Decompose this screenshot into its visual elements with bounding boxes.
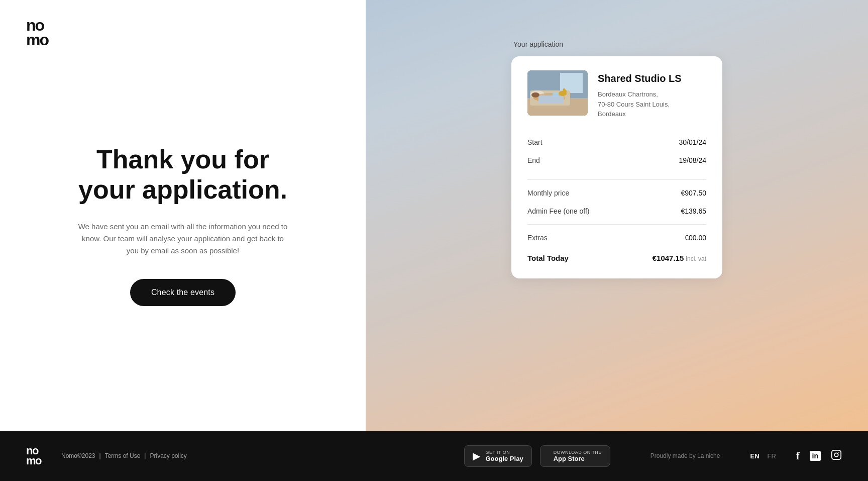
dates-section: Start 30/01/24 End 19/08/24 (527, 133, 706, 169)
footer-logo-line2: mo (26, 456, 41, 466)
app-store-sub: Download on the (554, 450, 602, 455)
check-events-button[interactable]: Check the events (130, 279, 236, 306)
main-content: no mo Thank you for your application. We… (0, 0, 868, 431)
total-value: €1047.15incl. vat (653, 254, 706, 262)
lang-fr[interactable]: FR (768, 452, 776, 460)
end-value: 19/08/24 (679, 156, 707, 164)
total-row: Total Today €1047.15incl. vat (527, 247, 706, 264)
total-incl: incl. vat (686, 255, 706, 262)
google-play-text: GET IT ON Google Play (485, 450, 523, 462)
thank-you-heading: Thank you for your application. (67, 145, 298, 205)
instagram-icon[interactable] (831, 449, 842, 463)
footer: no mo Nomo©2023 | Terms of Use | Privacy… (0, 431, 868, 481)
right-panel: Your application (366, 0, 868, 431)
property-header: Shared Studio LS Bordeaux Chartrons, 70-… (527, 70, 706, 119)
application-card: Shared Studio LS Bordeaux Chartrons, 70-… (511, 56, 722, 278)
description-text: We have sent you an email with all the i… (77, 221, 288, 257)
logo-line2: mo (26, 33, 48, 47)
facebook-icon[interactable]: f (796, 450, 800, 462)
application-card-container: Your application (511, 40, 722, 278)
footer-separator2: | (144, 452, 146, 459)
svg-rect-15 (832, 450, 841, 459)
svg-point-16 (834, 453, 838, 456)
logo: no mo (26, 18, 48, 47)
start-value: 30/01/24 (679, 138, 707, 146)
total-amount: €1047.15 (653, 254, 684, 262)
svg-rect-14 (553, 92, 559, 97)
footer-links: Nomo©2023 | Terms of Use | Privacy polic… (61, 452, 187, 459)
your-application-label: Your application (511, 40, 722, 48)
logo-mark: no mo (26, 18, 48, 47)
footer-copyright: Nomo©2023 (61, 452, 95, 459)
admin-fee-label: Admin Fee (one off) (527, 207, 589, 215)
admin-fee-row: Admin Fee (one off) €139.65 (527, 202, 706, 220)
monthly-price-label: Monthly price (527, 189, 569, 197)
admin-fee-value: €139.65 (681, 207, 706, 215)
footer-store-buttons: ▶ GET IT ON Google Play Download on the … (464, 445, 610, 467)
end-date-row: End 19/08/24 (527, 151, 706, 169)
footer-privacy-link[interactable]: Privacy policy (150, 452, 186, 459)
monthly-price-value: €907.50 (681, 189, 706, 197)
property-address: Bordeaux Chartrons, 70-80 Cours Saint Lo… (598, 89, 706, 119)
divider-1 (527, 179, 706, 180)
google-play-name: Google Play (485, 455, 523, 462)
divider-2 (527, 224, 706, 225)
monthly-price-row: Monthly price €907.50 (527, 184, 706, 202)
app-store-text: Download on the App Store (554, 450, 602, 462)
address-line2: 70-80 Cours Saint Louis, (598, 101, 670, 108)
left-panel: no mo Thank you for your application. We… (0, 0, 366, 431)
pricing-section: Monthly price €907.50 Admin Fee (one off… (527, 184, 706, 220)
property-image (527, 70, 588, 116)
property-title: Shared Studio LS (598, 72, 706, 84)
end-label: End (527, 156, 540, 164)
linkedin-icon[interactable]: in (810, 451, 821, 461)
left-content: Thank you for your application. We have … (0, 0, 366, 431)
property-info: Shared Studio LS Bordeaux Chartrons, 70-… (598, 70, 706, 119)
extras-row: Extras €00.00 (527, 229, 706, 247)
google-play-icon: ▶ (473, 450, 480, 462)
footer-social: f in (796, 449, 842, 463)
app-store-button[interactable]: Download on the App Store (540, 445, 610, 467)
address-line1: Bordeaux Chartrons, (598, 90, 658, 98)
footer-proudly: Proudly made by La niche (650, 452, 720, 459)
footer-logo: no mo (26, 446, 41, 466)
extras-value: €00.00 (685, 234, 706, 242)
app-store-name: App Store (554, 455, 602, 462)
svg-point-8 (531, 92, 539, 98)
svg-rect-9 (538, 95, 564, 104)
svg-point-11 (563, 89, 567, 93)
footer-lang: EN FR (750, 452, 776, 460)
lang-en[interactable]: EN (750, 452, 759, 460)
extras-label: Extras (527, 234, 548, 242)
total-label: Total Today (527, 254, 569, 262)
google-play-sub: GET IT ON (485, 450, 523, 455)
svg-point-17 (838, 452, 839, 453)
start-label: Start (527, 138, 542, 146)
start-date-row: Start 30/01/24 (527, 133, 706, 151)
footer-separator1: | (99, 452, 101, 459)
footer-logo-mark: no mo (26, 446, 41, 466)
footer-terms-link[interactable]: Terms of Use (105, 452, 141, 459)
google-play-button[interactable]: ▶ GET IT ON Google Play (464, 445, 531, 467)
address-line3: Bordeaux (598, 110, 626, 118)
